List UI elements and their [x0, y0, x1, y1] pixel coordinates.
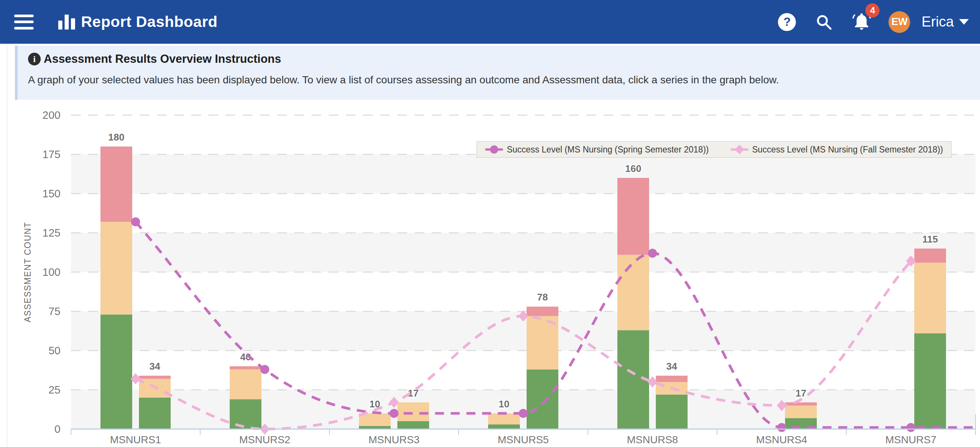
legend-label: Success Level (MS Nursing (Spring Semest…	[507, 145, 709, 155]
bar-segment-green[interactable]	[398, 421, 429, 429]
plot-band	[71, 233, 975, 272]
y-axis-tick-label: 125	[43, 227, 60, 239]
line-point-circle[interactable]	[519, 409, 528, 418]
bar-value-label: 34	[150, 361, 160, 372]
user-menu[interactable]: Erica	[921, 14, 969, 30]
instructions-body: A graph of your selected values has been…	[28, 74, 980, 86]
y-axis-tick-label: 150	[43, 188, 60, 200]
bar-segment-green[interactable]	[656, 395, 687, 429]
bar-segment-green[interactable]	[488, 424, 520, 429]
bar-segment-orange[interactable]	[398, 402, 429, 421]
help-icon[interactable]: ?	[778, 13, 796, 31]
y-axis-tick-label: 75	[49, 305, 60, 317]
bar-segment-orange[interactable]	[785, 405, 817, 418]
bar-chart-logo-icon	[58, 14, 75, 30]
bar-segment-red[interactable]	[617, 178, 649, 255]
avatar[interactable]: EW	[888, 11, 910, 33]
x-axis-category-label: MSNURS7	[886, 434, 937, 445]
bar-segment-orange[interactable]	[100, 222, 132, 315]
y-axis-title: ASSESSMENT COUNT	[23, 222, 32, 322]
x-axis-category-label: MSNURS3	[369, 434, 420, 445]
bar-value-label: 160	[625, 163, 641, 174]
x-axis-category-label: MSNURS2	[239, 434, 291, 445]
legend-diamond-marker-icon	[730, 144, 748, 155]
x-axis-category-label: MSNURS4	[756, 434, 807, 445]
y-axis-tick-label: 0	[54, 423, 60, 435]
line-point-circle[interactable]	[777, 423, 786, 432]
instructions-title: Assessment Results Overview Instructions	[44, 52, 281, 66]
bar-segment-red[interactable]	[139, 376, 171, 378]
x-axis-category-label: MSNURS1	[110, 434, 161, 445]
bar-segment-orange[interactable]	[230, 369, 261, 399]
report-dashboard-page: { "header": { "title": "Report Dashboard…	[0, 0, 980, 447]
line-point-circle[interactable]	[390, 409, 398, 418]
bar-segment-orange[interactable]	[488, 413, 520, 424]
bar-value-label: 78	[537, 292, 548, 303]
user-name: Erica	[921, 14, 954, 30]
bar-segment-red[interactable]	[914, 249, 946, 263]
search-icon[interactable]	[815, 13, 832, 30]
info-icon: i	[28, 53, 41, 65]
y-axis-tick-label: 25	[49, 384, 60, 396]
legend-circle-marker-icon	[485, 144, 503, 155]
bar-segment-green[interactable]	[914, 334, 946, 429]
notifications-bell-icon[interactable]: 4	[852, 11, 871, 32]
menu-icon[interactable]	[14, 14, 33, 30]
page-title: Report Dashboard	[81, 13, 218, 30]
bar-segment-orange[interactable]	[914, 263, 946, 334]
line-point-circle[interactable]	[907, 423, 915, 432]
x-axis-category-label: MSNURS8	[627, 434, 678, 445]
bar-value-label: 34	[666, 361, 677, 372]
y-axis-tick-label: 200	[43, 109, 60, 121]
bar-segment-orange[interactable]	[617, 255, 649, 330]
bar-value-label: 180	[108, 132, 124, 143]
bar-segment-red[interactable]	[100, 147, 132, 222]
bar-segment-orange[interactable]	[359, 413, 391, 426]
y-axis-tick-label: 175	[43, 148, 60, 160]
y-axis-tick-label: 50	[49, 345, 60, 356]
bar-segment-green[interactable]	[230, 399, 261, 429]
legend-item[interactable]: Success Level (MS Nursing (Fall Semester…	[730, 144, 943, 155]
bar-segment-green[interactable]	[527, 369, 558, 429]
bar-segment-red[interactable]	[527, 307, 558, 316]
assessment-chart[interactable]: Success Level (MS Nursing (Spring Semest…	[0, 99, 980, 447]
chevron-down-icon	[959, 19, 969, 25]
legend-item[interactable]: Success Level (MS Nursing (Spring Semest…	[485, 144, 709, 155]
instructions-panel: i Assessment Results Overview Instructio…	[15, 46, 980, 100]
line-point-circle[interactable]	[260, 365, 269, 374]
bar-value-label: 17	[795, 388, 807, 399]
bar-segment-red[interactable]	[230, 366, 261, 369]
bar-segment-red[interactable]	[656, 376, 687, 382]
notification-badge: 4	[865, 3, 880, 18]
bar-segment-green[interactable]	[100, 314, 132, 429]
plot-band	[71, 154, 975, 193]
legend-label: Success Level (MS Nursing (Fall Semester…	[752, 145, 943, 155]
bar-segment-red[interactable]	[785, 402, 817, 405]
bar-segment-green[interactable]	[139, 398, 171, 429]
x-axis-category-label: MSNURS5	[498, 434, 549, 445]
app-header: Report Dashboard ? 4 EW Erica	[0, 0, 980, 44]
bar-value-label: 10	[499, 398, 509, 410]
line-point-circle[interactable]	[648, 249, 657, 258]
line-point-circle[interactable]	[131, 217, 140, 227]
bar-value-label: 115	[923, 234, 938, 245]
chart-legend: Success Level (MS Nursing (Spring Semest…	[477, 141, 951, 158]
y-axis-tick-label: 100	[43, 266, 60, 278]
